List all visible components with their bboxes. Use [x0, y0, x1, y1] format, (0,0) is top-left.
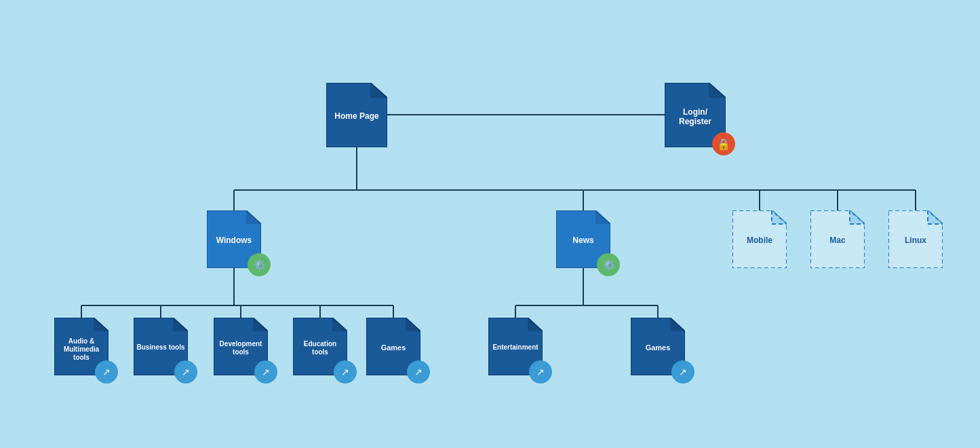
node-windows-label: Windows [207, 236, 261, 245]
node-mobile-label: Mobile [732, 236, 787, 245]
node-audio-label: Audio & Multimedia tools [54, 337, 109, 361]
node-login-register[interactable]: Login/ Register 🔒 [665, 83, 726, 147]
node-business[interactable]: Business tools ↗ [134, 318, 188, 375]
node-mac-label: Mac [810, 236, 865, 245]
audio-arrow-badge: ↗ [95, 360, 118, 384]
node-news[interactable]: News ⚙️ [556, 210, 610, 268]
node-home-page-label: Home Page [326, 111, 387, 121]
business-arrow-badge: ↗ [174, 360, 197, 384]
windows-gear-badge: ⚙️ [248, 253, 271, 276]
node-linux[interactable]: Linux [888, 210, 943, 268]
node-games-windows[interactable]: Games ↗ [366, 318, 420, 375]
node-login-register-label: Login/ Register [665, 107, 726, 127]
node-games-news-label: Games [631, 343, 685, 352]
lock-badge: 🔒 [712, 132, 735, 155]
node-devtools[interactable]: Development tools ↗ [214, 318, 268, 375]
games-windows-arrow-badge: ↗ [407, 360, 430, 384]
games-news-arrow-badge: ↗ [671, 360, 694, 384]
node-entertainment[interactable]: Entertainment ↗ [488, 318, 543, 375]
news-gear-badge: ⚙️ [597, 253, 620, 276]
node-windows[interactable]: Windows ⚙️ [207, 210, 261, 268]
node-home-page[interactable]: Home Page [326, 83, 387, 147]
node-games-news[interactable]: Games ↗ [631, 318, 685, 375]
node-mobile[interactable]: Mobile [732, 210, 787, 268]
node-entertainment-label: Entertainment [488, 343, 543, 352]
entertainment-arrow-badge: ↗ [529, 360, 552, 384]
node-education-label: Education tools [293, 340, 347, 356]
node-linux-label: Linux [888, 236, 943, 245]
node-audio[interactable]: Audio & Multimedia tools ↗ [54, 318, 109, 375]
node-news-label: News [556, 236, 610, 245]
education-arrow-badge: ↗ [334, 360, 357, 384]
node-devtools-label: Development tools [214, 340, 268, 356]
node-business-label: Business tools [134, 343, 188, 352]
node-games-windows-label: Games [366, 343, 420, 352]
node-education[interactable]: Education tools ↗ [293, 318, 347, 375]
node-mac[interactable]: Mac [810, 210, 865, 268]
devtools-arrow-badge: ↗ [254, 360, 277, 384]
diagram-container: Home Page Login/ Register 🔒 Windows ⚙️ [0, 0, 980, 448]
